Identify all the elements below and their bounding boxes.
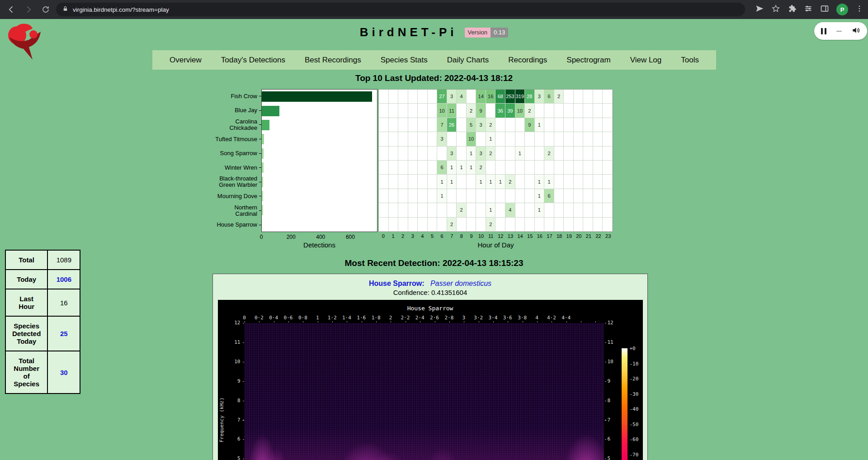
bookmark-star-icon[interactable] <box>771 4 780 15</box>
heatmap-cell: 14 <box>476 90 486 104</box>
heatmap-cell <box>593 175 603 189</box>
heatmap-cell <box>554 118 564 132</box>
nav-item-overview[interactable]: Overview <box>170 56 202 65</box>
extension-sliders-icon[interactable] <box>804 4 813 15</box>
hour-tick-label: 5 <box>427 233 437 239</box>
time-tick-label: 0·6 <box>284 315 293 321</box>
heatmap-cell <box>515 132 525 146</box>
heatmap-cell <box>603 175 613 189</box>
extensions-puzzle-icon[interactable] <box>788 4 797 15</box>
heatmap-cell <box>476 132 486 146</box>
speaker-icon[interactable] <box>851 26 860 37</box>
forward-button[interactable] <box>22 3 35 16</box>
heatmap-cell <box>544 161 554 175</box>
stats-value-link[interactable]: 1006 <box>57 275 71 283</box>
address-bar[interactable]: virginia.birdnetpi.com/?stream=play <box>56 3 745 16</box>
species-label: Carolina Chickadee <box>230 119 257 131</box>
page-title: BirdNET-Pi <box>360 25 458 39</box>
send-icon[interactable] <box>755 4 764 15</box>
heatmap-x-axis-label: Hour of Day <box>378 241 613 249</box>
heatmap-cell <box>408 132 418 146</box>
time-tick-label: 0·8 <box>298 315 307 321</box>
heatmap-cell <box>476 218 486 232</box>
nav-item-recordings[interactable]: Recordings <box>508 56 547 65</box>
reload-button[interactable] <box>39 3 52 16</box>
nav-item-tools[interactable]: Tools <box>681 56 699 65</box>
side-panel-icon[interactable] <box>820 4 829 15</box>
heatmap-cell <box>408 161 418 175</box>
confidence-text: Confidence: 0.41351604 <box>213 288 647 297</box>
heatmap-cell: 3 <box>447 147 457 161</box>
time-tick-label: 2·2 <box>401 315 410 321</box>
heatmap-cell <box>505 118 515 132</box>
nav-item-best-recordings[interactable]: Best Recordings <box>305 56 361 65</box>
heatmap-cell <box>574 132 584 146</box>
heatmap-cell <box>593 90 603 104</box>
freq-tick-label: 7 <box>225 417 241 423</box>
nav-item-species-stats[interactable]: Species Stats <box>381 56 428 65</box>
freq-tick-label: 6 <box>608 436 611 442</box>
spectrogram-right-ticks <box>605 323 606 460</box>
heatmap-cell: 4 <box>457 90 467 104</box>
lock-icon[interactable] <box>62 5 68 14</box>
heatmap-cell: 2 <box>486 147 496 161</box>
colorbar-tick-label: -50 <box>630 422 639 427</box>
heatmap-cell <box>525 175 535 189</box>
heatmap-cell <box>525 147 535 161</box>
time-tick-label: 3 <box>462 315 465 321</box>
heatmap-cell <box>467 175 476 189</box>
heatmap-cell <box>505 189 515 203</box>
heatmap-cell <box>603 218 613 232</box>
species-label: Northern Cardinal <box>234 204 257 217</box>
hour-tick-label: 21 <box>584 233 594 239</box>
heatmap-cell <box>418 175 428 189</box>
heatmap-cell <box>428 189 438 203</box>
heatmap-cell <box>583 218 593 232</box>
heatmap-cell <box>574 218 584 232</box>
browser-menu-icon[interactable] <box>855 5 863 14</box>
heatmap-cell <box>418 161 428 175</box>
heatmap-cell <box>389 104 399 118</box>
heatmap-cell <box>418 218 428 232</box>
freq-tick-label: 12 <box>225 320 241 326</box>
back-button[interactable] <box>5 3 18 16</box>
time-tick-label: 3·8 <box>518 315 527 321</box>
species-label: Black-throated Green Warbler <box>219 175 257 188</box>
heatmap-cell <box>554 203 564 217</box>
nav-item-daily-charts[interactable]: Daily Charts <box>447 56 489 65</box>
time-tick-label: 2·6 <box>430 315 439 321</box>
heatmap-cell <box>457 132 467 146</box>
time-tick-label: 4 <box>535 315 538 321</box>
audio-player[interactable] <box>814 22 867 40</box>
pause-icon[interactable] <box>821 28 826 34</box>
heatmap-cell <box>564 189 574 203</box>
heatmap-cell <box>515 161 525 175</box>
top10-heading: Top 10 Last Updated: 2022-04-13 18:12 <box>0 73 868 83</box>
audio-scrubber[interactable] <box>836 31 842 32</box>
heatmap-cell <box>515 189 525 203</box>
heatmap-cell <box>418 118 428 132</box>
scientific-name-link[interactable]: Passer domesticus <box>430 280 491 287</box>
nav-item-today-s-detections[interactable]: Today's Detections <box>221 56 285 65</box>
heatmap-cell: 9 <box>525 118 535 132</box>
heatmap-cell: 3 <box>535 90 545 104</box>
heatmap-cell <box>554 161 564 175</box>
stats-value-link[interactable]: 30 <box>60 369 68 376</box>
freq-tick-label: 12 <box>608 320 613 326</box>
heatmap-cell <box>574 161 584 175</box>
stats-value-link[interactable]: 25 <box>60 330 68 337</box>
species-link[interactable]: House Sparrow: <box>369 280 425 287</box>
heatmap-cell <box>554 189 564 203</box>
time-tick-label: 1·8 <box>372 315 381 321</box>
heatmap-cell <box>495 147 505 161</box>
heatmap-cell <box>603 203 613 217</box>
heatmap-cell: 6 <box>437 161 447 175</box>
time-tick-label: 0·2 <box>255 315 264 321</box>
nav-item-spectrogram[interactable]: Spectrogram <box>566 56 610 65</box>
version-badge-value: 0.13 <box>491 28 508 38</box>
heatmap-cell <box>603 147 613 161</box>
profile-avatar[interactable]: P <box>836 4 848 15</box>
detections-bar-plot: 0200400600 Detections <box>261 89 377 249</box>
nav-item-view-log[interactable]: View Log <box>630 56 662 65</box>
heatmap-cell <box>554 147 564 161</box>
